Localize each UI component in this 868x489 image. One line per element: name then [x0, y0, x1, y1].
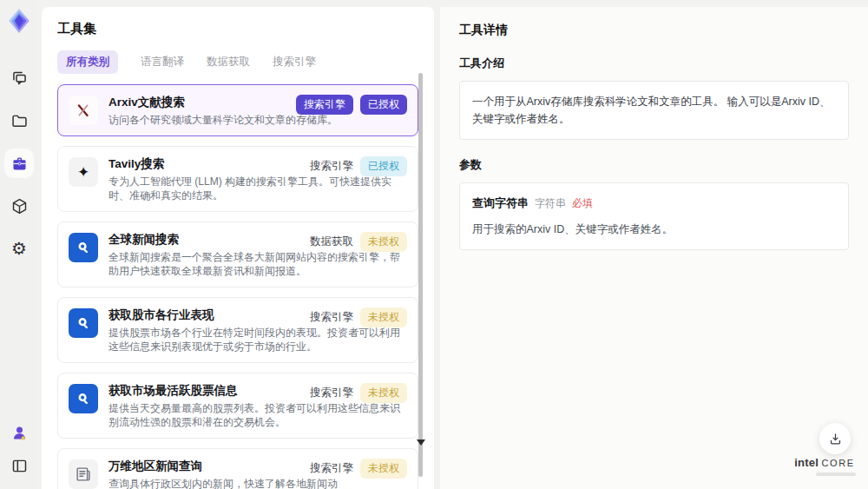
sidebar-item-chat[interactable]	[8, 67, 30, 89]
download-icon	[828, 432, 843, 446]
download-button[interactable]	[819, 423, 851, 454]
param-type: 字符串	[535, 195, 566, 212]
category-label: 搜索引擎	[310, 386, 353, 400]
sidebar-item-toolbox[interactable]	[8, 152, 30, 175]
tool-card-stock-sectors[interactable]: 获取股市各行业表现 提供股票市场各个行业在特定时间段内的表现。投资者可以利用这些…	[57, 297, 418, 363]
tool-description: 提供股票市场各个行业在特定时间段内的表现。投资者可以利用这些信息来识别表现优于或…	[108, 326, 407, 354]
sidebar-item-files[interactable]	[8, 109, 30, 132]
scrollbar-thumb[interactable]	[418, 73, 423, 477]
tool-description: 专为人工智能代理 (LLM) 构建的搜索引擎工具。可快速提供实时、准确和真实的结…	[108, 175, 407, 202]
tool-description: 查询具体行政区划内的新闻，快速了解各地新闻动	[108, 477, 407, 489]
details-title: 工具详情	[459, 23, 849, 38]
tool-card-arxiv[interactable]: Arxiv文献搜索 访问各个研究领域大量科学论文和文章的存储库。 搜索引擎 已授…	[57, 84, 418, 136]
user-avatar-button[interactable]	[8, 421, 30, 444]
tool-card-global-news[interactable]: 全球新闻搜索 全球新闻搜索是一个聚合全球各大新闻网站内容的搜索引擎，帮助用户快速…	[57, 221, 418, 287]
toolbox-panel: 工具集 所有类别 语言翻译 数据获取 搜索引擎 Arxiv文献搜索 访问各个研究…	[42, 7, 434, 489]
blue-search-icon	[69, 308, 98, 338]
brand-core-text: core	[822, 458, 855, 468]
page-title: 工具集	[57, 21, 418, 37]
param-box: 查询字符串 字符串 必填 用于搜索的Arxiv ID、关键字或作者姓名。	[459, 182, 849, 250]
chat-icon	[10, 69, 29, 88]
sidebar-item-settings[interactable]: ⚙	[8, 237, 30, 260]
category-label: 数据获取	[310, 235, 353, 249]
status-badge: 未授权	[360, 383, 407, 403]
intro-text: 一个用于从Arxiv存储库搜索科学论文和文章的工具。 输入可以是Arxiv ID…	[472, 96, 831, 125]
param-required-flag: 必填	[572, 195, 593, 212]
tool-card-regional-news[interactable]: 万维地区新闻查询 查询具体行政区划内的新闻，快速了解各地新闻动 搜索引擎 未授权	[57, 448, 418, 489]
newspaper-icon	[69, 459, 98, 489]
status-badge: 未授权	[360, 232, 407, 252]
tool-description: 访问各个研究领域大量科学论文和文章的存储库。	[108, 113, 407, 127]
category-tabs: 所有类别 语言翻译 数据获取 搜索引擎	[57, 50, 418, 74]
blue-search-icon	[69, 384, 98, 413]
intel-core-logo: intel core	[792, 456, 858, 476]
cube-icon	[10, 197, 29, 215]
status-badge: 已授权	[360, 95, 407, 115]
param-description: 用于搜索的Arxiv ID、关键字或作者姓名。	[472, 221, 836, 238]
blue-search-icon	[69, 233, 98, 262]
app-logo	[6, 8, 32, 34]
collapse-panel-button[interactable]	[8, 454, 30, 477]
tool-card-tavily[interactable]: ✦ Tavily搜索 专为人工智能代理 (LLM) 构建的搜索引擎工具。可快速提…	[57, 146, 418, 212]
tool-list: Arxiv文献搜索 访问各个研究领域大量科学论文和文章的存储库。 搜索引擎 已授…	[57, 84, 418, 489]
intro-box: 一个用于从Arxiv存储库搜索科学论文和文章的工具。 输入可以是Arxiv ID…	[459, 81, 849, 140]
tab-data-fetch[interactable]: 数据获取	[207, 55, 250, 69]
tab-all-categories[interactable]: 所有类别	[57, 50, 118, 74]
status-badge: 已授权	[360, 156, 407, 176]
gem-logo-icon	[6, 8, 32, 34]
sidebar: ⚙	[0, 0, 38, 489]
intro-heading: 工具介绍	[459, 56, 849, 71]
toolbox-icon	[10, 155, 29, 173]
brand-intel-text: intel	[794, 456, 819, 469]
category-label: 搜索引擎	[310, 310, 353, 325]
sidebar-item-models[interactable]	[8, 195, 30, 217]
tab-search-engine[interactable]: 搜索引擎	[273, 55, 316, 69]
category-label: 搜索引擎	[310, 159, 353, 174]
params-heading: 参数	[459, 157, 849, 173]
category-badge: 搜索引擎	[296, 95, 353, 115]
four-point-star-icon: ✦	[69, 157, 98, 187]
category-label: 搜索引擎	[310, 461, 353, 476]
arxiv-x-icon	[69, 96, 98, 125]
folder-icon	[10, 112, 29, 130]
tool-description: 提供当天交易量最高的股票列表。投资者可以利用这些信息来识别流动性强的股票和潜在的…	[108, 401, 407, 429]
sidebar-bottom	[8, 421, 30, 477]
list-scrollbar	[418, 73, 423, 477]
collapse-panel-icon	[10, 457, 29, 475]
tool-card-active-stocks[interactable]: 获取市场最活跃股票信息 提供当天交易量最高的股票列表。投资者可以利用这些信息来识…	[57, 373, 418, 439]
tool-description: 全球新闻搜索是一个聚合全球各大新闻网站内容的搜索引擎，帮助用户快速获取全球最新资…	[108, 250, 407, 278]
param-name: 查询字符串	[472, 195, 529, 213]
tool-details-panel: 工具详情 工具介绍 一个用于从Arxiv存储库搜索科学论文和文章的工具。 输入可…	[440, 7, 868, 489]
status-badge: 未授权	[360, 459, 407, 479]
scroll-down-indicator[interactable]	[417, 439, 425, 446]
settings-icon: ⚙	[11, 240, 27, 257]
sidebar-nav: ⚙	[8, 67, 30, 260]
user-avatar-icon	[10, 424, 29, 442]
tab-language-translation[interactable]: 语言翻译	[141, 55, 184, 69]
brand-sub-bar	[816, 472, 856, 476]
status-badge: 未授权	[360, 307, 407, 327]
